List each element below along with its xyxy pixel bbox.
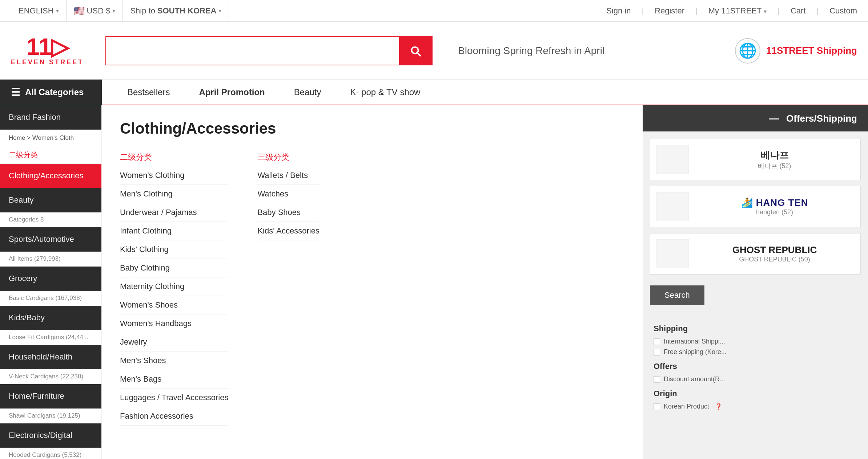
ship-to-label: Ship to bbox=[130, 6, 155, 16]
offers-filter-title: Offers bbox=[654, 362, 857, 371]
subcat-jewelry[interactable]: Jewelry bbox=[120, 333, 228, 352]
discount-checkbox[interactable] bbox=[654, 376, 660, 383]
subcat-underwear[interactable]: Underwear / Pajamas bbox=[120, 203, 228, 222]
subcat-watches[interactable]: Watches bbox=[257, 185, 320, 203]
korean-product-label: Korean Product bbox=[664, 403, 709, 410]
subcat-men-clothing[interactable]: Men's Clothing bbox=[120, 185, 228, 203]
nav-item-bestsellers[interactable]: Bestsellers bbox=[124, 87, 173, 97]
origin-help-icon: ❓ bbox=[715, 403, 722, 410]
header: 11▷ ELEVEN STREET Blooming Spring Refres… bbox=[0, 22, 868, 80]
nav-item-april-promotion[interactable]: April Promotion bbox=[195, 87, 268, 97]
ship-country-label: SOUTH KOREA bbox=[157, 6, 217, 16]
brand-search-button[interactable]: Search bbox=[650, 285, 704, 305]
subcat-kids-accessories[interactable]: Kids' Accessories bbox=[257, 222, 320, 240]
search-bar bbox=[105, 36, 433, 65]
logo-subtitle: ELEVEN STREET bbox=[11, 58, 84, 66]
subcat-wallets-belts[interactable]: Wallets / Belts bbox=[257, 166, 320, 185]
brand-thumb-2 bbox=[656, 192, 689, 221]
free-shipping-checkbox[interactable] bbox=[654, 349, 660, 356]
main-layout: Brand Fashion Home > Women's Cloth 二级分类 … bbox=[0, 105, 868, 459]
subcat-kids-clothing[interactable]: Kids' Clothing bbox=[120, 240, 228, 259]
currency-selector[interactable]: 🇺🇸 USD $ ▾ bbox=[67, 0, 123, 22]
minimize-button[interactable]: — bbox=[769, 113, 779, 124]
subcat-women-shoes[interactable]: Women's Shoes bbox=[120, 296, 228, 314]
nav-item-beauty[interactable]: Beauty bbox=[290, 87, 325, 97]
search-button[interactable] bbox=[399, 37, 432, 65]
sidebar-sub-vneck[interactable]: V-Neck Cardigans (22,238) bbox=[0, 369, 101, 384]
sidebar-annotation-level2: 二级分类 bbox=[0, 146, 101, 164]
annotation-level2: 二级分类 bbox=[120, 152, 228, 163]
subcat-women-handbags[interactable]: Women's Handbags bbox=[120, 314, 228, 333]
logo-number: 11▷ bbox=[27, 35, 68, 58]
logo[interactable]: 11▷ ELEVEN STREET bbox=[11, 35, 84, 66]
top-bar-left: ENGLISH ▾ 🇺🇸 USD $ ▾ Ship to SOUTH KOREA… bbox=[11, 0, 229, 22]
subcat-men-shoes[interactable]: Men's Shoes bbox=[120, 352, 228, 370]
promo-text: Blooming Spring Refresh in April bbox=[458, 45, 604, 57]
filter-option-korean-product[interactable]: Korean Product ❓ bbox=[654, 403, 857, 410]
search-icon bbox=[409, 44, 422, 57]
subcategory-col-2: 三级分类 Wallets / Belts Watches Baby Shoes … bbox=[257, 152, 320, 426]
search-input[interactable] bbox=[106, 37, 399, 65]
subcat-baby-clothing[interactable]: Baby Clothing bbox=[120, 259, 228, 277]
brand-logo-area-1: 베나프 베나프 (52) bbox=[695, 149, 855, 170]
subcat-baby-shoes[interactable]: Baby Shoes bbox=[257, 203, 320, 222]
language-label: ENGLISH bbox=[19, 6, 54, 16]
brand-label-2: hangten (52) bbox=[756, 208, 793, 216]
sidebar-item-clothing[interactable]: Clothing/Accessories bbox=[0, 164, 101, 188]
subcat-infant-clothing[interactable]: Infant Clothing bbox=[120, 222, 228, 240]
filter-option-intl-shipping[interactable]: International Shippi... bbox=[654, 338, 857, 345]
subcat-luggages[interactable]: Luggages / Travel Accessories bbox=[120, 389, 228, 407]
cart-link[interactable]: Cart bbox=[791, 6, 806, 16]
right-panel: — Offers/Shipping 베나프 베나프 (52) 🏄 HANG TE… bbox=[643, 105, 868, 459]
nav-items: Bestsellers April Promotion Beauty K- po… bbox=[102, 87, 446, 97]
filter-option-free-shipping[interactable]: Free shipping (Kore... bbox=[654, 348, 857, 356]
subcat-maternity[interactable]: Maternity Clothing bbox=[120, 277, 228, 296]
brand-card-hangten[interactable]: 🏄 HANG TEN hangten (52) bbox=[650, 186, 861, 227]
all-categories-button[interactable]: ☰ All Categories bbox=[0, 80, 102, 105]
separator3: | bbox=[777, 6, 780, 16]
subcategory-grid: 二级分类 Women's Clothing Men's Clothing Und… bbox=[120, 152, 624, 426]
nav-item-kpop[interactable]: K- pop & TV show bbox=[346, 87, 424, 97]
content-area: Clothing/Accessories 二级分类 Women's Clothi… bbox=[102, 105, 643, 459]
separator4: | bbox=[816, 6, 819, 16]
subcat-men-bags[interactable]: Men's Bags bbox=[120, 370, 228, 389]
annotation-level3: 三级分类 bbox=[257, 152, 320, 163]
sidebar-sub-shawl[interactable]: Shawl Cardigans (19,125) bbox=[0, 409, 101, 423]
filter-option-discount[interactable]: Discount amount(R... bbox=[654, 375, 857, 383]
brand-label-1: 베나프 (52) bbox=[758, 162, 791, 170]
sidebar-item-home-furniture[interactable]: Home/Furniture bbox=[0, 384, 101, 409]
subcat-fashion-accessories[interactable]: Fashion Accessories bbox=[120, 407, 228, 426]
subcat-women-clothing[interactable]: Women's Clothing bbox=[120, 166, 228, 185]
sidebar-item-brand-fashion[interactable]: Brand Fashion bbox=[0, 105, 101, 130]
brand-card-ghost-republic[interactable]: GHOST REPUBLIC GHOST REPUBLIC (50) bbox=[650, 233, 861, 275]
brand-card-benaph[interactable]: 베나프 베나프 (52) bbox=[650, 139, 861, 180]
discount-label: Discount amount(R... bbox=[664, 375, 725, 383]
sidebar-sub-loose-cardigans[interactable]: Loose Fit Cardigans (24,44... bbox=[0, 330, 101, 345]
sidebar-item-household[interactable]: Household/Health bbox=[0, 345, 101, 369]
ship-to-selector[interactable]: Ship to SOUTH KOREA ▾ bbox=[123, 0, 229, 22]
sign-in-link[interactable]: Sign in bbox=[606, 6, 631, 16]
right-panel-header: — Offers/Shipping bbox=[643, 105, 868, 131]
top-bar: ENGLISH ▾ 🇺🇸 USD $ ▾ Ship to SOUTH KOREA… bbox=[0, 0, 868, 22]
language-selector[interactable]: ENGLISH ▾ bbox=[11, 0, 67, 22]
sidebar-item-electronics[interactable]: Electronics/Digital bbox=[0, 423, 101, 448]
sidebar-item-grocery[interactable]: Grocery bbox=[0, 267, 101, 291]
register-link[interactable]: Register bbox=[655, 6, 684, 16]
filter-section: Shipping International Shippi... Free sh… bbox=[643, 311, 868, 421]
sidebar-sub-all-items[interactable]: All Items (279,993) bbox=[0, 252, 101, 267]
nav-bar: ☰ All Categories Bestsellers April Promo… bbox=[0, 80, 868, 105]
custom-link[interactable]: Custom bbox=[829, 6, 857, 16]
sidebar-item-kids-baby[interactable]: Kids/Baby bbox=[0, 306, 101, 330]
my-account-link[interactable]: My 11STREET ▾ bbox=[708, 6, 767, 16]
sidebar-sub-hooded[interactable]: Hooded Cardigans (5,532) bbox=[0, 448, 101, 459]
sidebar-item-sports[interactable]: Sports/Automotive bbox=[0, 227, 101, 252]
intl-shipping-checkbox[interactable] bbox=[654, 338, 660, 345]
brand-search-area: Search bbox=[643, 282, 868, 311]
sidebar-item-beauty[interactable]: Beauty bbox=[0, 188, 101, 212]
sidebar-sub-basic-cardigans[interactable]: Basic Cardigans (167,038) bbox=[0, 291, 101, 306]
korean-product-checkbox[interactable] bbox=[654, 403, 660, 410]
sidebar-sub-categories[interactable]: Categories 8 bbox=[0, 212, 101, 227]
sidebar-sub-home[interactable]: Home > Women's Cloth bbox=[0, 130, 101, 146]
page-title: Clothing/Accessories bbox=[120, 120, 624, 137]
sidebar: Brand Fashion Home > Women's Cloth 二级分类 … bbox=[0, 105, 102, 459]
